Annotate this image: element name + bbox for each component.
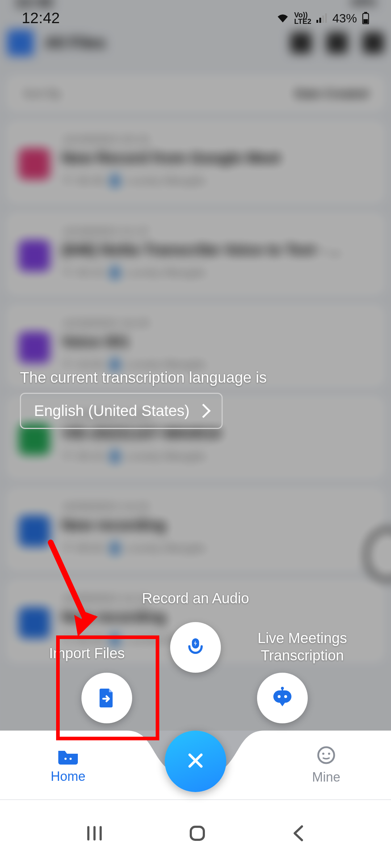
svg-rect-0 xyxy=(316,20,318,23)
language-callout: The current transcription language is En… xyxy=(20,369,267,429)
language-selector[interactable]: English (United States) xyxy=(20,393,223,429)
annotation-highlight-box xyxy=(56,635,159,740)
status-bar: 12:42 Vo))LTE2 43% xyxy=(0,0,391,36)
live-meetings-label: Live Meetings xyxy=(243,629,362,647)
svg-rect-24 xyxy=(191,827,204,840)
close-icon xyxy=(185,750,206,772)
svg-rect-2 xyxy=(322,16,324,23)
wifi-icon xyxy=(276,13,289,23)
svg-rect-6 xyxy=(363,19,368,24)
svg-point-10 xyxy=(284,695,287,698)
battery-percent: 43% xyxy=(332,11,357,25)
system-nav xyxy=(0,799,391,868)
svg-line-13 xyxy=(51,542,87,622)
fab-close-button[interactable] xyxy=(165,731,226,792)
recents-button[interactable] xyxy=(85,824,104,844)
chevron-right-icon xyxy=(196,404,211,418)
back-button[interactable] xyxy=(290,824,306,844)
microphone-icon xyxy=(184,635,207,659)
battery-icon xyxy=(362,12,369,24)
svg-rect-1 xyxy=(319,18,321,23)
network-badge: Vo))LTE2 xyxy=(294,12,311,25)
svg-rect-3 xyxy=(325,13,327,23)
live-transcription-label: Transcription xyxy=(243,647,362,664)
svg-rect-8 xyxy=(273,690,291,703)
home-button[interactable] xyxy=(187,823,207,845)
language-value: English (United States) xyxy=(34,402,190,420)
status-indicators: Vo))LTE2 43% xyxy=(276,11,369,25)
annotation-arrow-icon xyxy=(43,539,105,649)
svg-point-9 xyxy=(278,695,281,698)
language-lead-text: The current transcription language is xyxy=(20,369,267,386)
status-time: 12:42 xyxy=(22,9,60,27)
record-audio-button[interactable] xyxy=(170,622,221,673)
bot-icon xyxy=(270,686,294,710)
signal-icon xyxy=(316,13,327,23)
live-meetings-button[interactable] xyxy=(257,673,308,723)
